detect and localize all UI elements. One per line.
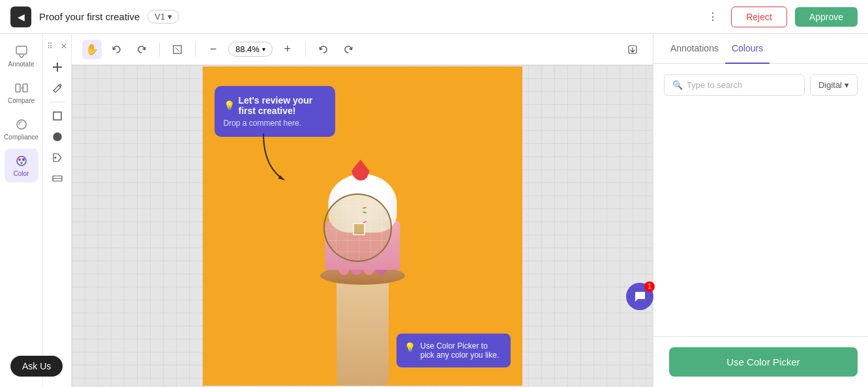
- undo-button[interactable]: [107, 40, 127, 59]
- annotate-icon: [14, 44, 29, 59]
- left-sidebar: Annotate Compare Compliance: [0, 34, 43, 387]
- compliance-icon: [14, 117, 29, 132]
- tooltip-bottom-icon: 💡: [404, 342, 415, 352]
- annotate-label: Annotate: [8, 61, 34, 68]
- rect-tool-button[interactable]: [48, 106, 67, 126]
- svg-line-16: [175, 48, 179, 51]
- version-label: V1: [155, 12, 165, 22]
- canvas-toolbar: ✋ − 88.4% ▾ +: [72, 34, 653, 65]
- filter-label: Digital: [818, 80, 842, 90]
- tool-divider-1: [50, 102, 65, 102]
- tooltip-arrow: [260, 134, 286, 182]
- right-panel: Annotations Colours 🔍 Type to search Dig…: [653, 34, 868, 387]
- chevron-down-icon: ▾: [168, 12, 172, 22]
- colours-list: [664, 104, 858, 299]
- compare-label: Compare: [8, 97, 35, 104]
- strawberry: [352, 160, 370, 180]
- compare-icon: [14, 81, 29, 95]
- version-selector[interactable]: V1 ▾: [147, 10, 179, 23]
- review-tooltip: 💡 Let's review your first creative! Drop…: [215, 86, 335, 137]
- tab-colours[interactable]: Colours: [725, 34, 770, 64]
- search-input[interactable]: 🔍 Type to search: [664, 74, 805, 96]
- filter-chevron-icon: ▾: [845, 80, 849, 90]
- redo-button[interactable]: [132, 40, 151, 59]
- tab-annotations[interactable]: Annotations: [664, 34, 725, 64]
- color-picker-tooltip: 💡 Use Color Picker to pick any color you…: [397, 334, 511, 367]
- svg-rect-28: [353, 223, 365, 235]
- zoom-level-selector[interactable]: 88.4% ▾: [228, 42, 273, 57]
- add-tool-button[interactable]: [48, 57, 67, 77]
- tooltip-bottom-text: Use Color Picker to pick any color you l…: [421, 341, 503, 360]
- header: ◀ Proof your first creative V1 ▾ ⋮ Rejec…: [0, 0, 868, 34]
- jar-base: [337, 275, 389, 386]
- zoom-out-button[interactable]: −: [203, 40, 223, 59]
- chat-button[interactable]: 1: [626, 283, 653, 310]
- link-tool-button[interactable]: [48, 169, 67, 188]
- toolbar-divider-3: [305, 42, 306, 57]
- sidebar-item-compare[interactable]: Compare: [5, 76, 38, 109]
- canvas-area: ✋ − 88.4% ▾ +: [72, 34, 653, 387]
- more-icon: ⋮: [708, 10, 718, 23]
- back-button[interactable]: ◀: [10, 7, 31, 27]
- sidebar-item-compliance[interactable]: Compliance: [5, 112, 38, 146]
- use-color-picker-button[interactable]: Use Color Picker: [669, 347, 858, 377]
- toolbar-divider-1: [159, 42, 160, 57]
- export-button[interactable]: [623, 40, 642, 59]
- color-picker-grid-svg: [325, 195, 392, 262]
- svg-rect-9: [57, 63, 58, 72]
- circle-tool-button[interactable]: [48, 127, 67, 147]
- right-tabs: Annotations Colours: [653, 34, 868, 64]
- zoom-level-value: 88.4%: [235, 44, 260, 54]
- canvas-content[interactable]: 💡 Let's review your first creative! Drop…: [72, 65, 653, 387]
- sidebar-item-annotate[interactable]: Annotate: [5, 39, 38, 73]
- tooltip-header: 💡 Let's review your first creative!: [224, 95, 326, 116]
- chat-badge: 1: [644, 281, 655, 292]
- right-footer: 1 Use Color Picker: [653, 336, 868, 387]
- ask-us-button[interactable]: Ask Us: [10, 356, 63, 377]
- tool-panel: ⠿ ✕: [43, 34, 72, 387]
- color-icon: [14, 154, 29, 168]
- svg-point-5: [18, 158, 21, 161]
- svg-rect-10: [53, 112, 61, 120]
- svg-point-12: [54, 157, 56, 159]
- search-icon: 🔍: [672, 80, 683, 90]
- zoom-in-button[interactable]: +: [278, 40, 297, 59]
- tooltip-bulb-icon: 💡: [224, 100, 235, 111]
- close-panel-button[interactable]: ✕: [61, 42, 67, 51]
- svg-point-7: [20, 162, 23, 164]
- redo2-button[interactable]: [338, 40, 358, 59]
- search-placeholder: Type to search: [687, 80, 742, 90]
- svg-rect-1: [16, 84, 20, 92]
- tool-panel-header: ⠿ ✕: [43, 39, 71, 53]
- tooltip-subtitle: Drop a comment here.: [224, 119, 326, 128]
- svg-rect-0: [16, 46, 27, 54]
- color-label: Color: [14, 170, 29, 177]
- svg-point-6: [22, 158, 25, 161]
- color-picker-circle[interactable]: [323, 194, 392, 262]
- svg-point-11: [53, 133, 61, 141]
- page-title: Proof your first creative: [39, 11, 140, 22]
- main-area: Annotate Compare Compliance: [0, 34, 868, 387]
- tooltip-title: Let's review your first creative!: [239, 95, 326, 116]
- pencil-tool-button[interactable]: [48, 78, 67, 98]
- search-row: 🔍 Type to search Digital ▾: [664, 74, 858, 96]
- approve-button[interactable]: Approve: [795, 7, 858, 27]
- toolbar-divider-2: [195, 42, 196, 57]
- hand-tool-button[interactable]: ✋: [82, 40, 102, 59]
- back-icon: ◀: [18, 12, 25, 22]
- image-container: 💡 Let's review your first creative! Drop…: [203, 66, 522, 386]
- right-panel-body: 🔍 Type to search Digital ▾: [653, 64, 868, 336]
- more-options-button[interactable]: ⋮: [702, 7, 723, 27]
- fit-button[interactable]: [168, 40, 187, 59]
- zoom-chevron-icon: ▾: [262, 46, 265, 53]
- undo2-button[interactable]: [314, 40, 333, 59]
- compliance-label: Compliance: [4, 134, 38, 141]
- reject-button[interactable]: Reject: [731, 7, 787, 27]
- chat-icon: [633, 290, 646, 303]
- tag-tool-button[interactable]: [48, 148, 67, 167]
- grip-icon: ⠿: [47, 42, 53, 51]
- filter-dropdown[interactable]: Digital ▾: [810, 74, 858, 96]
- svg-point-3: [17, 120, 26, 129]
- sidebar-item-color[interactable]: Color: [5, 149, 38, 182]
